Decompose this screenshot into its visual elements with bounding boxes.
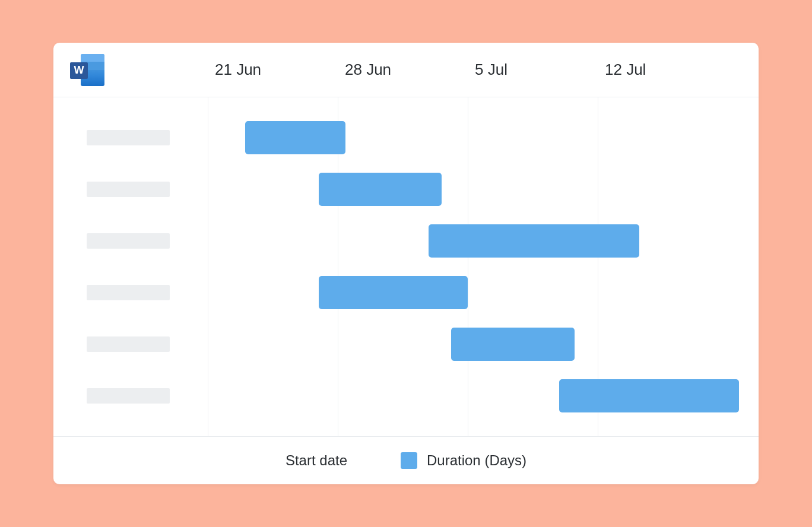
- gantt-bar[interactable]: [429, 224, 639, 258]
- legend-duration-label: Duration (Days): [427, 452, 526, 469]
- gantt-bar[interactable]: [319, 173, 442, 206]
- gantt-bar[interactable]: [245, 121, 345, 154]
- task-label-placeholder: [87, 388, 170, 404]
- gantt-bar[interactable]: [319, 276, 468, 309]
- gantt-row: [208, 328, 728, 361]
- gantt-legend: Start date Duration (Days): [53, 437, 759, 484]
- task-label-placeholder: [87, 182, 170, 197]
- legend-start-label: Start date: [286, 452, 347, 469]
- gantt-card: W 21 Jun 28 Jun 5 Jul 12 Jul: [53, 43, 759, 484]
- date-header-0: 21 Jun: [208, 43, 338, 97]
- date-header-3: 12 Jul: [598, 43, 728, 97]
- gantt-body: [53, 97, 759, 437]
- date-axis: 21 Jun 28 Jun 5 Jul 12 Jul: [208, 43, 728, 97]
- task-label-placeholder: [87, 233, 170, 249]
- word-icon: W: [70, 54, 104, 86]
- gantt-row: [208, 379, 728, 412]
- date-header-1: 28 Jun: [338, 43, 468, 97]
- gantt-row: [208, 224, 728, 258]
- legend-duration: Duration (Days): [401, 452, 526, 469]
- gantt-bar[interactable]: [451, 328, 575, 361]
- gantt-row: [208, 276, 728, 309]
- task-label-placeholder: [87, 130, 170, 145]
- gantt-bar[interactable]: [559, 379, 739, 412]
- gantt-row: [208, 173, 728, 206]
- legend-start-date: Start date: [286, 452, 347, 469]
- date-header-2: 5 Jul: [468, 43, 598, 97]
- gantt-chart-area: [208, 97, 728, 436]
- task-label-placeholder: [87, 336, 170, 352]
- word-icon-letter: W: [70, 62, 88, 79]
- app-icon-cell: W: [53, 54, 208, 86]
- task-label-column: [53, 97, 208, 436]
- task-label-placeholder: [87, 285, 170, 300]
- gantt-header: W 21 Jun 28 Jun 5 Jul 12 Jul: [53, 43, 759, 97]
- gantt-row: [208, 121, 728, 154]
- gantt-bars-layer: [208, 97, 728, 436]
- legend-swatch-icon: [401, 452, 417, 469]
